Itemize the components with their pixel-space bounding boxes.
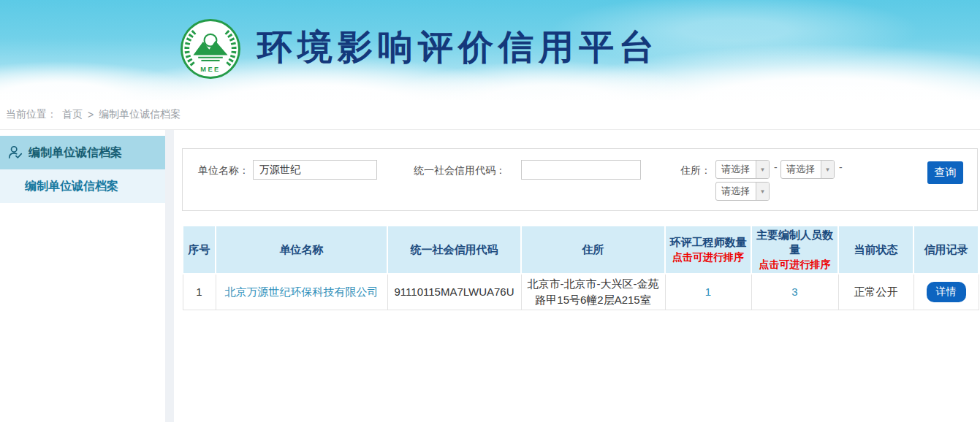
- sidebar-subitem-label: 编制单位诚信档案: [25, 179, 118, 194]
- col-engineer-count-sort[interactable]: 环评工程师数量 点击可进行排序: [665, 226, 751, 274]
- staff-count-link[interactable]: 3: [791, 285, 797, 298]
- breadcrumb: 当前位置： 首页 > 编制单位诚信档案: [0, 100, 980, 130]
- mee-logo-icon: MEE: [180, 18, 241, 83]
- sidebar-divider: [165, 130, 174, 422]
- dropdown-arrow-icon: ▼: [821, 161, 834, 178]
- sidebar-item-label: 编制单位诚信档案: [29, 145, 122, 161]
- col-unit-name: 单位名称: [216, 226, 387, 274]
- address-district-value: 请选择: [716, 183, 756, 200]
- search-panel: 单位名称： 统一社会信用代码： 住所： 请选择 ▼ - 请选择 ▼ - 请选择 …: [182, 148, 978, 211]
- svg-text:MEE: MEE: [200, 66, 221, 73]
- dropdown-arrow-icon: ▼: [756, 183, 769, 200]
- table-row: 1 北京万源世纪环保科技有限公司 91110115MA7LWUA76U 北京市-…: [183, 274, 979, 310]
- credit-code-label: 统一社会信用代码：: [414, 161, 506, 180]
- address-district-select[interactable]: 请选择 ▼: [715, 182, 770, 201]
- sidebar-subitem-unit-credit-archive[interactable]: 编制单位诚信档案: [0, 169, 165, 203]
- col-address: 住所: [521, 226, 665, 274]
- address-province-value: 请选择: [716, 161, 756, 178]
- company-name-link[interactable]: 北京万源世纪环保科技有限公司: [225, 285, 379, 298]
- sort-hint: 点击可进行排序: [753, 257, 836, 272]
- site-header: MEE 环境影响评价信用平台: [0, 0, 980, 100]
- detail-button[interactable]: 详情: [927, 282, 966, 302]
- col-status: 当前状态: [838, 226, 913, 274]
- address-label: 住所：: [680, 161, 711, 180]
- address-city-value: 请选择: [781, 161, 821, 178]
- col-credit-record: 信用记录: [913, 226, 979, 274]
- table-header-row: 序号 单位名称 统一社会信用代码 住所 环评工程师数量 点击可进行排序 主要编制…: [183, 226, 979, 274]
- breadcrumb-current: 编制单位诚信档案: [99, 108, 181, 121]
- engineer-count-link[interactable]: 1: [705, 285, 711, 298]
- col-credit-code: 统一社会信用代码: [387, 226, 521, 274]
- col-staff-count-sort[interactable]: 主要编制人员数量 点击可进行排序: [751, 226, 838, 274]
- unit-name-input[interactable]: [253, 160, 377, 180]
- cell-index: 1: [183, 274, 216, 310]
- cell-status: 正常公开: [838, 274, 913, 310]
- main-content: 单位名称： 统一社会信用代码： 住所： 请选择 ▼ - 请选择 ▼ - 请选择 …: [174, 130, 980, 422]
- address-dash: -: [774, 161, 778, 173]
- credit-code-input[interactable]: [521, 160, 641, 180]
- breadcrumb-separator: >: [88, 109, 94, 120]
- address-city-select[interactable]: 请选择 ▼: [780, 160, 835, 179]
- col-index: 序号: [183, 226, 216, 274]
- page-title: 环境影响评价信用平台: [257, 24, 659, 71]
- address-province-select[interactable]: 请选择 ▼: [715, 160, 770, 179]
- address-dash: -: [839, 161, 843, 173]
- query-button[interactable]: 查询: [927, 161, 963, 184]
- breadcrumb-label: 当前位置：: [6, 108, 57, 121]
- breadcrumb-home-link[interactable]: 首页: [62, 108, 83, 121]
- dropdown-arrow-icon: ▼: [756, 161, 769, 178]
- results-table: 序号 单位名称 统一社会信用代码 住所 环评工程师数量 点击可进行排序 主要编制…: [182, 225, 979, 310]
- sort-hint: 点击可进行排序: [667, 250, 749, 264]
- sidebar-item-unit-credit-archive[interactable]: 编制单位诚信档案: [0, 136, 165, 169]
- unit-name-label: 单位名称：: [198, 161, 249, 180]
- cell-credit-code: 91110115MA7LWUA76U: [387, 274, 521, 310]
- sidebar: 编制单位诚信档案 编制单位诚信档案: [0, 130, 165, 422]
- user-check-icon: [7, 145, 23, 161]
- cell-address: 北京市-北京市-大兴区-金苑路甲15号6幢2层A215室: [521, 274, 665, 310]
